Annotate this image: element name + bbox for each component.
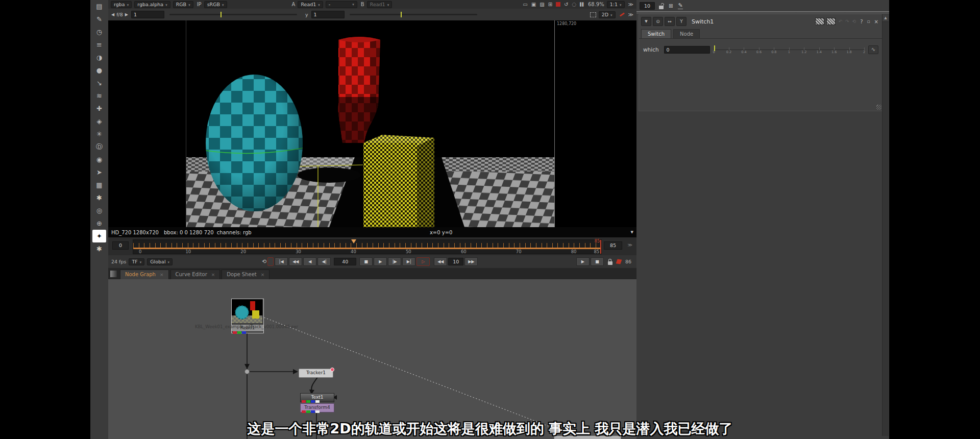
threed-icon[interactable]: ◈ — [90, 115, 108, 128]
range-end-field[interactable]: 85 — [604, 241, 622, 250]
deep-icon[interactable]: Ⓓ — [90, 140, 108, 153]
content-menu-icon[interactable] — [110, 271, 117, 277]
loop-indicator[interactable] — [267, 257, 274, 266]
image-icon[interactable]: ▤ — [90, 0, 108, 13]
play-backward-button[interactable]: ◀ — [303, 257, 316, 266]
lock-range-icon[interactable] — [608, 261, 612, 265]
gain-slider[interactable] — [169, 14, 297, 15]
monitor2-icon[interactable]: ▣ — [531, 2, 536, 7]
play-forward-button[interactable]: ▶ — [374, 257, 387, 266]
more-chevrons-icon[interactable]: ≫ — [628, 2, 633, 7]
gamma-slider[interactable] — [350, 14, 477, 15]
update-icon[interactable]: ◌ — [572, 2, 576, 7]
help-button[interactable]: ? — [860, 19, 863, 25]
color-icon[interactable]: ◑ — [90, 51, 108, 64]
collapse-button[interactable]: ▼ — [641, 17, 651, 26]
input-b-dropdown[interactable]: Read1▾ — [367, 1, 392, 8]
flipbook-button[interactable]: ▶ — [576, 257, 590, 266]
fstop-prev-arrow[interactable]: ◀ — [111, 12, 114, 17]
keyer-icon[interactable]: ↘ — [90, 77, 108, 89]
tf-dropdown[interactable]: TF▾ — [129, 258, 144, 265]
red-mask-icon[interactable] — [620, 12, 625, 16]
goto-start-button[interactable]: |◀ — [275, 257, 288, 266]
draw-icon[interactable]: ✎ — [90, 13, 108, 26]
filter-icon[interactable]: ● — [90, 64, 108, 77]
more-chevrons-icon[interactable]: ≫ — [628, 12, 633, 17]
record-button[interactable]: ▷ — [416, 257, 430, 266]
plugin-grab-icon[interactable]: ✦ — [92, 230, 106, 242]
pause-icon[interactable]: ▌▌ — [580, 3, 584, 7]
stop-render-button[interactable]: ■ — [591, 257, 604, 266]
display-channel-dropdown[interactable]: RGB▾ — [173, 1, 193, 8]
close-icon[interactable]: × — [261, 272, 265, 277]
text-node[interactable]: Text1 — [300, 393, 334, 402]
particles-icon[interactable]: ✳ — [90, 128, 108, 140]
prev-keyframe-button[interactable]: ◀◀ — [289, 257, 302, 266]
gain-field[interactable]: 1 — [131, 11, 164, 18]
tab-dope-sheet[interactable]: Dope Sheet× — [222, 270, 270, 279]
revert-icon[interactable]: ⟲ — [852, 19, 856, 24]
colorspace-dropdown[interactable]: sRGB▾ — [204, 1, 227, 8]
close-icon[interactable]: × — [160, 272, 164, 277]
stack-icon[interactable]: ⊞ — [548, 2, 552, 7]
node-title[interactable]: Switch1 — [692, 18, 813, 25]
which-field[interactable]: 0 — [664, 46, 710, 54]
info-caret-icon[interactable]: ▼ — [631, 230, 633, 234]
gain-slider-handle[interactable] — [220, 12, 222, 17]
skip-back-button[interactable]: ◀◀ — [434, 257, 447, 266]
float-panel-button[interactable]: ▫ — [867, 19, 870, 24]
transform-icon[interactable]: ✚ — [90, 102, 108, 115]
panel-resize-grip[interactable] — [876, 105, 881, 110]
center-node-button[interactable]: ⊙ — [653, 17, 663, 26]
render-flag-icon[interactable] — [616, 259, 622, 264]
refresh-icon[interactable]: ↺ — [564, 2, 568, 7]
undo-icon[interactable]: ↶ — [839, 19, 843, 24]
which-slider[interactable]: 0 0.2 0.4 0.6 0.8 1 1.2 1.4 1.6 1.8 2 — [714, 44, 864, 55]
loop-mode-icon[interactable]: ⟲ — [262, 258, 266, 265]
tab-node[interactable]: Node — [673, 29, 700, 38]
redo-icon[interactable]: ↷ — [845, 19, 849, 24]
timeline-ruler[interactable]: 0 10 20 30 40 50 60 70 80 85 85 — [133, 239, 602, 254]
step-forward-button[interactable]: |▶ — [388, 257, 401, 266]
input-a-dropdown[interactable]: Read1▾ — [298, 1, 323, 8]
layer-dropdown[interactable]: rgba.alpha▾ — [134, 1, 170, 8]
merge-icon[interactable]: ≋ — [90, 89, 108, 102]
stop-button[interactable]: ■ — [359, 257, 373, 266]
time-icon[interactable]: ◷ — [90, 26, 108, 38]
input-process-toggle[interactable]: IP — [197, 2, 202, 7]
channel-icon[interactable]: ≡ — [90, 38, 108, 51]
pixel-ratio-dropdown[interactable]: 1:1▾ — [607, 1, 625, 8]
pencil-icon[interactable]: ✎ — [678, 2, 682, 9]
skip-forward-button[interactable]: ▶▶ — [464, 257, 478, 266]
monitor-out-icon[interactable]: ▭ — [523, 2, 527, 7]
current-frame-field[interactable]: 40 — [334, 258, 356, 265]
frame-increment-field[interactable]: 10 — [448, 258, 463, 265]
node-graph[interactable]: Read1 KBL_Week01_example_ptTrack_v001.00… — [108, 279, 636, 439]
plugin-paint2-icon[interactable]: ✱ — [90, 242, 108, 255]
close-panel-button[interactable]: × — [874, 19, 878, 25]
playhead[interactable] — [351, 239, 356, 243]
postage-stamp2-button[interactable] — [826, 18, 836, 25]
fstop-next-arrow[interactable]: ▶ — [125, 12, 128, 17]
views-icon[interactable]: ◉ — [90, 153, 108, 166]
unlock-icon[interactable] — [659, 6, 664, 9]
range-start-field[interactable]: 0 — [112, 241, 129, 250]
roi-icon[interactable] — [590, 12, 596, 17]
step-back-button[interactable]: ◀| — [317, 257, 331, 266]
clear-panels-icon[interactable]: ⊠ — [669, 3, 673, 9]
view-mode-dropdown[interactable]: 2D▾ — [599, 11, 616, 18]
wipe-mode-dropdown[interactable]: -▾ — [326, 1, 357, 8]
plugin-paint-icon[interactable]: ✱ — [90, 191, 108, 204]
close-icon[interactable]: × — [211, 272, 215, 277]
tab-node-graph[interactable]: Node Graph× — [120, 270, 169, 279]
fstop-label[interactable]: f/8 — [116, 12, 123, 17]
node-wrench-button[interactable]: Y — [676, 17, 687, 26]
range-mode-dropdown[interactable]: Global▾ — [147, 258, 173, 265]
tab-switch[interactable]: Switch — [641, 29, 671, 38]
toolsets-icon[interactable]: ▦ — [90, 179, 108, 191]
goto-end-button[interactable]: ▶| — [402, 257, 415, 266]
channels-dropdown[interactable]: rgba▾ — [111, 1, 132, 8]
postage-stamp-button[interactable] — [815, 18, 824, 25]
max-panels-field[interactable]: 10 — [640, 2, 655, 10]
transform-node[interactable]: Transform4 — [300, 403, 334, 412]
